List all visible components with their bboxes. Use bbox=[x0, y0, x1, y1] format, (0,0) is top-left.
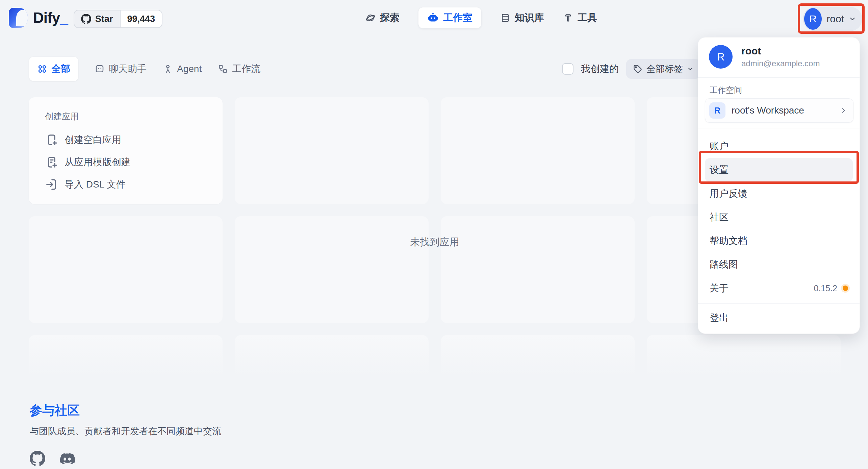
menu-user-name: root bbox=[741, 45, 820, 57]
chevron-down-icon bbox=[849, 15, 856, 23]
nav-label: 工具 bbox=[578, 11, 597, 25]
avatar: R bbox=[804, 8, 822, 30]
menu-items: 账户 设置 用户反馈 社区 帮助文档 路线图 关于 0.15.2 bbox=[698, 134, 860, 300]
app-card-placeholder bbox=[441, 97, 635, 204]
menu-item-community[interactable]: 社区 bbox=[698, 205, 860, 229]
menu-item-roadmap[interactable]: 路线图 bbox=[698, 253, 860, 276]
workspace-section-label: 工作空间 bbox=[710, 85, 742, 96]
menu-user-email: admin@example.com bbox=[741, 59, 820, 68]
tab-label: 全部 bbox=[51, 63, 70, 75]
app-card-placeholder-faded bbox=[647, 335, 841, 382]
dify-logo[interactable]: Dify_ bbox=[9, 7, 68, 29]
tab-label: 工作流 bbox=[232, 63, 260, 75]
filter-controls: 我创建的 全部标签 bbox=[562, 57, 700, 81]
menu-item-settings[interactable]: 设置 bbox=[705, 158, 853, 182]
main-nav: 探索 工作室 知识库 工具 bbox=[365, 0, 597, 36]
menu-item-feedback[interactable]: 用户反馈 bbox=[698, 182, 860, 205]
file-plus-icon bbox=[45, 133, 58, 147]
app-card-placeholder bbox=[29, 216, 223, 323]
workspace-name: root's Workspace bbox=[732, 105, 834, 116]
star-label: Star bbox=[95, 14, 113, 24]
tab-workflow[interactable]: 工作流 bbox=[218, 63, 260, 75]
app-card-placeholder-faded bbox=[441, 335, 635, 382]
community-section: 参与社区 与团队成员、贡献者和开发者在不同频道中交流 bbox=[30, 402, 221, 467]
tag-filter-dropdown[interactable]: 全部标签 bbox=[626, 59, 700, 79]
workspace-row[interactable]: R root's Workspace bbox=[705, 98, 853, 123]
chat-bubble-icon bbox=[95, 64, 105, 74]
tab-label: 聊天助手 bbox=[109, 63, 147, 75]
tab-label: Agent bbox=[177, 64, 202, 74]
app-type-tabs: 全部 聊天助手 Agent 工作流 bbox=[29, 57, 260, 81]
menu-item-about[interactable]: 关于 0.15.2 bbox=[698, 276, 860, 300]
menu-user-info: R root admin@example.com bbox=[709, 45, 820, 69]
tab-agent[interactable]: Agent bbox=[163, 64, 202, 74]
import-icon bbox=[45, 178, 58, 191]
github-link-icon[interactable] bbox=[30, 451, 45, 466]
account-menu-trigger[interactable]: R root bbox=[803, 7, 862, 31]
dify-logo-icon bbox=[9, 8, 28, 28]
workflow-icon bbox=[218, 64, 228, 74]
create-from-template-button[interactable]: 从应用模版创建 bbox=[45, 151, 206, 173]
nav-item-studio[interactable]: 工作室 bbox=[418, 7, 481, 28]
menu-item-account[interactable]: 账户 bbox=[698, 134, 860, 158]
workspace-avatar: R bbox=[709, 102, 725, 119]
created-by-me-label: 我创建的 bbox=[581, 63, 619, 75]
planet-icon bbox=[365, 13, 376, 23]
avatar: R bbox=[709, 45, 733, 69]
user-name: root bbox=[826, 13, 844, 25]
nav-label: 知识库 bbox=[515, 11, 544, 25]
nav-item-knowledge[interactable]: 知识库 bbox=[500, 11, 544, 25]
import-dsl-button[interactable]: 导入 DSL 文件 bbox=[45, 173, 206, 196]
community-subtitle: 与团队成员、贡献者和开发者在不同频道中交流 bbox=[30, 425, 221, 437]
tab-all[interactable]: 全部 bbox=[29, 57, 78, 81]
file-template-plus-icon bbox=[45, 155, 58, 169]
nav-label: 探索 bbox=[380, 11, 400, 25]
grid-icon bbox=[37, 64, 47, 74]
nav-item-explore[interactable]: 探索 bbox=[365, 11, 400, 25]
version-number: 0.15.2 bbox=[814, 283, 837, 293]
app-card-placeholder bbox=[235, 97, 429, 204]
divider bbox=[698, 128, 860, 128]
account-dropdown-menu: R root admin@example.com 工作空间 R root's W… bbox=[698, 37, 860, 334]
tab-chat-assistant[interactable]: 聊天助手 bbox=[95, 63, 147, 75]
app-card-placeholder bbox=[441, 216, 635, 323]
update-available-dot bbox=[843, 286, 848, 291]
book-icon bbox=[500, 13, 510, 23]
github-star-left[interactable]: Star bbox=[74, 10, 120, 27]
menu-item-help-docs[interactable]: 帮助文档 bbox=[698, 229, 860, 253]
create-action-label: 导入 DSL 文件 bbox=[65, 178, 126, 191]
nav-label: 工作室 bbox=[443, 11, 473, 25]
created-by-me-checkbox[interactable] bbox=[562, 63, 573, 75]
divider bbox=[698, 303, 860, 304]
tag-filter-label: 全部标签 bbox=[646, 63, 683, 75]
create-blank-app-button[interactable]: 创建空白应用 bbox=[45, 129, 206, 151]
tag-icon bbox=[633, 64, 642, 74]
dify-logo-wordmark: Dify_ bbox=[33, 9, 68, 26]
discord-link-icon[interactable] bbox=[59, 450, 76, 467]
divider bbox=[698, 77, 860, 78]
star-count: 99,443 bbox=[120, 10, 162, 27]
dify-studio-page: { "colors": { "accent": "#155eef", "anno… bbox=[0, 0, 868, 469]
robot-icon bbox=[427, 12, 439, 24]
menu-item-logout[interactable]: 登出 bbox=[698, 306, 860, 330]
nav-item-tools[interactable]: 工具 bbox=[563, 11, 597, 25]
agent-person-icon bbox=[163, 64, 173, 74]
app-card-placeholder bbox=[235, 216, 429, 323]
create-app-card: 创建应用 创建空白应用 从应用模版创建 导入 DSL 文件 bbox=[29, 97, 223, 204]
chevron-right-icon bbox=[840, 107, 847, 114]
chevron-down-icon bbox=[687, 66, 694, 72]
create-action-label: 从应用模版创建 bbox=[65, 156, 131, 169]
app-card-placeholder-faded bbox=[235, 335, 429, 382]
app-card-placeholder-faded bbox=[29, 335, 223, 382]
create-action-label: 创建空白应用 bbox=[65, 133, 121, 146]
tool-icon bbox=[563, 13, 573, 23]
create-app-title: 创建应用 bbox=[45, 111, 206, 122]
github-icon bbox=[81, 14, 91, 24]
community-title: 参与社区 bbox=[30, 402, 221, 419]
github-star-button[interactable]: Star 99,443 bbox=[74, 10, 162, 28]
